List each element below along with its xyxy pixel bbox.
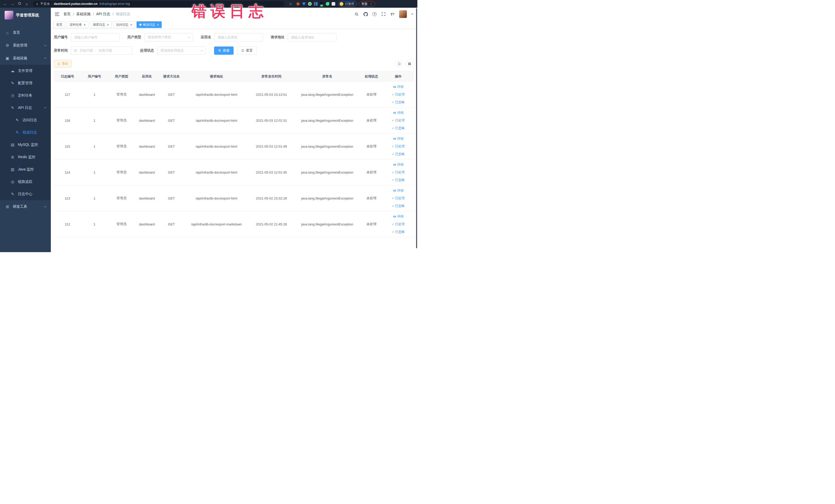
sidebar-item-MySQL-监控[interactable]: ▤MySQL 监控 bbox=[0, 139, 51, 151]
extension-icon-leaf[interactable] bbox=[326, 2, 329, 6]
process-status-select[interactable]: 请选择处理状态 bbox=[157, 46, 206, 55]
tab-close-icon[interactable]: × bbox=[107, 23, 109, 27]
reset-button[interactable]: 重置 bbox=[237, 46, 257, 55]
action-已处理[interactable]: ✓已处理 bbox=[392, 118, 405, 123]
search-icon[interactable] bbox=[354, 12, 359, 16]
sidebar-item-研发工具[interactable]: ⊞研发工具 bbox=[0, 200, 51, 213]
gear-icon: ⚙ bbox=[5, 43, 10, 48]
breadcrumb-item[interactable]: 首页 bbox=[63, 12, 70, 16]
tab-错误日志[interactable]: 错误日志× bbox=[137, 21, 162, 28]
action-已忽略[interactable]: ✓已忽略 bbox=[392, 230, 405, 234]
tab-label: 访问日志 bbox=[116, 23, 128, 27]
sidebar-item-Redis-监控[interactable]: ≣Redis 监控 bbox=[0, 151, 51, 163]
refresh-table-button[interactable] bbox=[395, 60, 403, 67]
extension-icon-shield[interactable] bbox=[302, 2, 306, 6]
breadcrumb-item[interactable]: API 日志 bbox=[96, 12, 110, 16]
back-icon[interactable]: ← bbox=[3, 2, 8, 6]
action-已处理[interactable]: ✓已处理 bbox=[392, 93, 405, 97]
breadcrumb-item[interactable]: 基础设施 bbox=[76, 12, 90, 16]
avatar-caret-icon[interactable] bbox=[411, 14, 413, 15]
user-avatar[interactable] bbox=[399, 10, 407, 18]
browser-home-icon[interactable]: ⌂ bbox=[24, 2, 29, 6]
action-详细[interactable]: 详细 bbox=[393, 137, 404, 141]
extension-icon-on[interactable]: on bbox=[320, 2, 323, 6]
sidebar-item-错误日志[interactable]: ✎错误日志 bbox=[0, 126, 51, 139]
page-scrollbar[interactable] bbox=[416, 8, 417, 248]
export-button[interactable]: 导出 bbox=[54, 60, 72, 67]
address-bar[interactable]: ⚠ 不安全 dashboard.yudao.iocoder.cn /infra/… bbox=[33, 1, 284, 7]
sidebar-item-文件管理[interactable]: ☁文件管理 bbox=[0, 65, 51, 77]
cell-app-name: dashboard bbox=[135, 211, 159, 237]
cell-time: 2021-05-03 23:13:51 bbox=[249, 82, 294, 107]
sidebar-item-API-日志[interactable]: ✎API 日志 bbox=[0, 102, 51, 114]
tab-close-icon[interactable]: × bbox=[130, 23, 132, 27]
action-已忽略[interactable]: ✓已忽略 bbox=[392, 100, 405, 104]
action-已处理[interactable]: ✓已处理 bbox=[392, 222, 405, 226]
action-详细[interactable]: 详细 bbox=[393, 215, 404, 219]
action-已忽略[interactable]: ✓已忽略 bbox=[392, 126, 405, 130]
tab-调度日志[interactable]: 调度日志× bbox=[90, 21, 112, 28]
action-已处理[interactable]: ✓已处理 bbox=[392, 170, 405, 175]
action-已忽略[interactable]: ✓已忽略 bbox=[392, 152, 405, 156]
user-type-select[interactable]: 请选择用户类型 bbox=[144, 33, 193, 41]
tab-访问日志[interactable]: 访问日志× bbox=[113, 21, 135, 28]
extension-icon-grid[interactable] bbox=[314, 2, 318, 6]
sidebar-item-label: 链路追踪 bbox=[18, 180, 32, 184]
sidebar-item-链路追踪[interactable]: ◎链路追踪 bbox=[0, 176, 51, 188]
action-详细[interactable]: 详细 bbox=[393, 163, 404, 167]
app-logo[interactable]: 芋道管理系统 bbox=[0, 8, 51, 23]
browser-toolbar: ← → ⌂ ⚠ 不安全 dashboard.yudao.iocoder.cn /… bbox=[0, 0, 418, 8]
collapse-sidebar-icon[interactable] bbox=[55, 13, 59, 16]
cell-url: /api/infra/db-doc/export-html bbox=[184, 159, 249, 185]
extension-icon-orange[interactable] bbox=[296, 2, 300, 6]
browser-menu-icon[interactable]: ⋮ bbox=[370, 2, 373, 6]
app-name-input[interactable] bbox=[214, 33, 263, 41]
sidebar-item-定时任务[interactable]: ◷定时任务 bbox=[0, 89, 51, 102]
export-label: 导出 bbox=[62, 62, 68, 66]
exception-time-range[interactable]: 开始日期 - 结束日期 bbox=[71, 46, 133, 55]
sidebar-menu: ⌂首页⚙系统管理▣基础设施☁文件管理✎配置管理◷定时任务✎API 日志✎访问日志… bbox=[0, 23, 51, 252]
sidebar-item-系统管理[interactable]: ⚙系统管理 bbox=[0, 39, 51, 52]
column-header-用户类型: 用户类型 bbox=[108, 72, 135, 82]
reload-icon[interactable] bbox=[17, 2, 22, 6]
column-settings-button[interactable] bbox=[406, 60, 413, 67]
row-actions: 详细✓已处理✓已忽略 bbox=[383, 188, 413, 208]
action-已忽略[interactable]: ✓已忽略 bbox=[392, 204, 405, 208]
github-icon[interactable] bbox=[363, 12, 368, 16]
forward-icon[interactable]: → bbox=[10, 2, 15, 6]
browser-update-button[interactable]: 更新 ⋮ bbox=[359, 1, 375, 7]
sidebar-item-首页[interactable]: ⌂首页 bbox=[0, 26, 51, 39]
action-已忽略[interactable]: ✓已忽略 bbox=[392, 178, 405, 182]
extension-icon-green[interactable] bbox=[308, 2, 312, 6]
sidebar-item-配置管理[interactable]: ✎配置管理 bbox=[0, 77, 51, 89]
request-url-input[interactable] bbox=[288, 33, 337, 41]
action-label: 已忽略 bbox=[395, 230, 405, 234]
app-name-label: 应用名 bbox=[201, 35, 211, 40]
action-详细[interactable]: 详细 bbox=[393, 85, 404, 89]
sidebar-item-Java-监控[interactable]: ▥Java 监控 bbox=[0, 163, 51, 176]
tab-close-icon[interactable]: × bbox=[84, 23, 86, 27]
sidebar-item-日志中心[interactable]: ✎日志中心 bbox=[0, 188, 51, 200]
paused-extension-button[interactable]: 已暂停 bbox=[338, 1, 357, 7]
action-已处理[interactable]: ✓已处理 bbox=[392, 196, 405, 201]
action-详细[interactable]: 详细 bbox=[393, 110, 404, 115]
tab-close-icon[interactable]: × bbox=[157, 23, 159, 27]
font-size-icon[interactable]: TT bbox=[390, 12, 395, 16]
extensions-puzzle-icon[interactable] bbox=[332, 2, 335, 6]
fullscreen-icon[interactable] bbox=[381, 12, 386, 16]
action-label: 已处理 bbox=[395, 144, 405, 149]
sidebar-item-label: MySQL 监控 bbox=[18, 142, 38, 147]
help-icon[interactable]: ? bbox=[372, 12, 377, 16]
action-详细[interactable]: 详细 bbox=[393, 188, 404, 193]
user-id-input[interactable] bbox=[71, 33, 120, 41]
action-已处理[interactable]: ✓已处理 bbox=[392, 144, 405, 149]
search-button[interactable]: 搜索 bbox=[214, 46, 233, 55]
cell-method: GET bbox=[159, 107, 184, 134]
bookmark-star-icon[interactable]: ☆ bbox=[288, 2, 293, 6]
tab-首页[interactable]: 首页 bbox=[54, 21, 65, 28]
sidebar-item-访问日志[interactable]: ✎访问日志 bbox=[0, 114, 51, 126]
tab-定时任务[interactable]: 定时任务× bbox=[67, 21, 88, 28]
sidebar-item-基础设施[interactable]: ▣基础设施 bbox=[0, 52, 51, 65]
cell-exception: java.lang.IllegalArgumentException bbox=[294, 82, 361, 107]
cell-url: /api/infra/db-doc/export-html bbox=[184, 82, 249, 107]
